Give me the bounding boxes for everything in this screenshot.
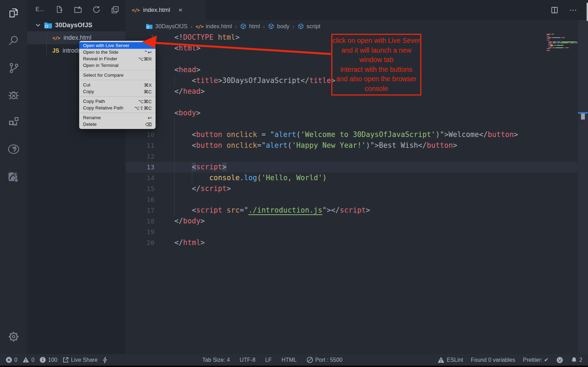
- minimap-line: [552, 37, 560, 38]
- code-line-13[interactable]: 13<script>: [126, 162, 588, 173]
- explorer-icon[interactable]: [6, 6, 21, 21]
- minimap-line: [553, 47, 554, 48]
- new-file-icon[interactable]: [55, 5, 64, 14]
- menu-item-copy[interactable]: Copy⌘C: [79, 88, 156, 95]
- code-line-14[interactable]: 14console.log('Hello, World'): [126, 173, 588, 183]
- close-icon[interactable]: ×: [179, 6, 182, 14]
- menu-item-open-in-terminal[interactable]: Open in Terminal: [79, 62, 156, 69]
- status-item-errors-count[interactable]: 0: [6, 357, 17, 363]
- menu-item-open-to-the-side[interactable]: Open to the Side⌃↩: [79, 49, 156, 55]
- scrollbar-thumb[interactable]: [581, 114, 585, 120]
- status-item-variables-found[interactable]: Found 0 variables: [471, 357, 515, 363]
- status-item-tab-size[interactable]: Tab Size: 4: [202, 357, 230, 363]
- more-actions-icon[interactable]: ⋯: [569, 8, 578, 12]
- token: Welcome: [448, 130, 479, 139]
- explorer-header: E...: [27, 0, 126, 19]
- code-line-18[interactable]: 18</body>: [126, 216, 588, 227]
- minimap-line: [546, 50, 548, 51]
- token: >: [235, 33, 240, 41]
- status-item-prettier-status[interactable]: Prettier: ✔: [523, 357, 549, 363]
- token: <!: [174, 33, 183, 41]
- collapse-all-icon[interactable]: [110, 5, 119, 14]
- menu-item-select-for-compare[interactable]: Select for Compare: [79, 72, 156, 78]
- code-line-17[interactable]: 17<script src="./introduction.js"></scri…: [126, 205, 588, 216]
- annotation-text: click on open with Live Sever and it wil…: [332, 36, 420, 93]
- line-text: <button onclick = "alert('Welcome to 30D…: [174, 129, 518, 140]
- line-text: </html>: [174, 237, 205, 248]
- menu-item-copy-relative-path[interactable]: Copy Relative Path⌥⇧⌘C: [79, 105, 156, 111]
- line-number: 17: [126, 205, 154, 216]
- search-icon[interactable]: [6, 33, 21, 48]
- menu-item-delete[interactable]: Delete⌫: [79, 121, 156, 128]
- refresh-icon[interactable]: [92, 5, 101, 14]
- new-folder-icon[interactable]: [73, 5, 82, 14]
- token: >: [201, 87, 205, 95]
- line-number: 11: [126, 140, 154, 151]
- menu-item-reveal-in-finder[interactable]: Reveal in Finder⌥⌘R: [79, 55, 156, 62]
- status-item-label: 100: [48, 357, 58, 363]
- code-line-12[interactable]: 12: [126, 151, 588, 162]
- code-line-10[interactable]: 10<button onclick = "alert('Welcome to 3…: [126, 129, 588, 140]
- extensions-icon[interactable]: [6, 114, 21, 130]
- minimap-line: [555, 45, 556, 46]
- breadcrumb-item-body[interactable]: body: [268, 23, 289, 30]
- source-control-icon[interactable]: [6, 60, 21, 75]
- menu-item-open-with-live-server[interactable]: Open with Live Server: [79, 42, 156, 49]
- tab-bar: </> index.html × ⋯: [126, 0, 588, 20]
- folder-row-30daysofjs[interactable]: 30DaysOfJS: [27, 19, 126, 31]
- code-line-7[interactable]: 7: [126, 97, 588, 108]
- indent-guide: [174, 140, 192, 151]
- minimap-line: [554, 47, 555, 48]
- debug-icon[interactable]: [6, 87, 21, 102]
- code-line-9[interactable]: 9: [126, 118, 588, 129]
- status-item-info-count[interactable]: 100: [39, 357, 58, 363]
- breadcrumb-item-index-html[interactable]: </>index.html: [196, 23, 232, 30]
- line-text: [174, 194, 192, 205]
- tab-index-html[interactable]: </> index.html ×: [126, 0, 206, 20]
- minimap-line: [549, 41, 552, 42]
- status-item-label: LF: [265, 357, 272, 363]
- split-editor-icon[interactable]: [550, 6, 559, 14]
- gear-icon[interactable]: [6, 329, 21, 344]
- code-line-15[interactable]: 15</script>: [126, 183, 588, 194]
- status-item-feedback-smiley[interactable]: [556, 357, 563, 364]
- status-item-bolt-button[interactable]: [103, 357, 107, 364]
- menu-item-shortcut: ⌥⌘C: [138, 99, 152, 104]
- minimap-line: [547, 40, 549, 40]
- status-item-eslint-status[interactable]: ESLint: [437, 357, 463, 364]
- menu-separator: [79, 96, 156, 97]
- token: [222, 141, 226, 150]
- status-item-live-server-port[interactable]: Port : 5500: [307, 357, 342, 363]
- token: script: [201, 184, 227, 193]
- indent-guide: [192, 173, 209, 183]
- menu-item-shortcut: ⌥⌘R: [138, 56, 152, 62]
- breadcrumb-item-script[interactable]: script: [297, 23, 320, 30]
- menu-item-copy-path[interactable]: Copy Path⌥⌘C: [79, 98, 156, 105]
- breadcrumb-item-30daysofjs[interactable]: 30DaysOfJS: [146, 23, 188, 30]
- token: onclick: [227, 130, 257, 139]
- menu-item-rename[interactable]: Rename↩: [79, 114, 156, 121]
- code-line-8[interactable]: 8<body>: [126, 108, 588, 118]
- file-name: index.html: [63, 34, 91, 41]
- status-item-language-mode[interactable]: HTML: [281, 357, 297, 363]
- code-line-16[interactable]: 16: [126, 194, 588, 205]
- code-line-19[interactable]: 19: [126, 227, 588, 237]
- token: (: [257, 174, 261, 182]
- live-share-icon[interactable]: [6, 142, 21, 157]
- menu-item-label: Open with Live Server: [83, 43, 152, 48]
- menu-separator: [79, 113, 156, 113]
- breadcrumb-item-html[interactable]: html: [240, 23, 260, 30]
- token: <: [192, 163, 196, 171]
- status-item-eol[interactable]: LF: [265, 357, 272, 363]
- code-line-20[interactable]: 20</html>: [126, 237, 588, 248]
- share-extension-icon[interactable]: [6, 169, 21, 184]
- code-line-11[interactable]: 11<button onclick="alert('Happy New Year…: [126, 140, 588, 151]
- status-item-live-share-button[interactable]: Live Share: [62, 357, 98, 363]
- status-item-warnings-count[interactable]: 0: [22, 357, 35, 363]
- menu-item-cut[interactable]: Cut⌘X: [79, 82, 156, 88]
- status-item-notifications-bell[interactable]: 2: [571, 357, 582, 363]
- annotation-note: click on open with Live Sever and it wil…: [331, 34, 421, 95]
- status-item-encoding[interactable]: UTF-8: [240, 357, 255, 363]
- status-item-label: 0: [31, 357, 35, 363]
- minimap[interactable]: [546, 34, 577, 51]
